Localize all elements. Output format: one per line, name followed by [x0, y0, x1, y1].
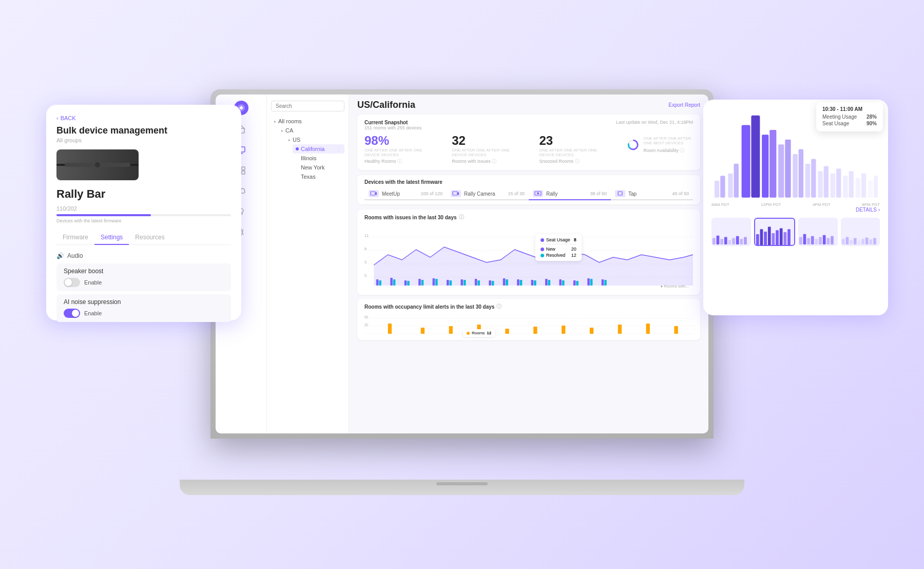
thumbnail-1[interactable]	[711, 218, 751, 246]
nav-california[interactable]: California ⋮	[293, 144, 344, 154]
metric-snoozed-rooms: 23 ONE AFTER ONE AFTER ONE DEVICE DEVICE…	[540, 134, 606, 165]
firmware-tap[interactable]: Tap 40 of 50	[611, 188, 693, 200]
svg-rect-87	[805, 164, 810, 198]
svg-rect-124	[826, 238, 830, 244]
export-button[interactable]: Export Report	[668, 102, 700, 108]
svg-rect-78	[734, 164, 739, 198]
availability-sublabel: ONE AFTER ONE AFTER ONE BEST DEVICES	[643, 136, 693, 145]
tab-firmware[interactable]: Firmware	[56, 231, 94, 245]
svg-rect-121	[815, 239, 818, 244]
setting-audio: 🔊 Audio Speaker boost Enable AI noise su…	[56, 252, 231, 322]
speaker-boost-setting: Speaker boost Enable	[56, 263, 231, 291]
tab-settings[interactable]: Settings	[94, 231, 129, 245]
healthy-rooms-sublabel: ONE AFTER ONE AFTER ONE DEVICE DEVICES	[364, 148, 431, 157]
svg-rect-38	[559, 279, 562, 286]
svg-rect-74	[674, 326, 678, 334]
metric-room-availability: ONE AFTER ONE AFTER ONE BEST DEVICES Roo…	[627, 134, 693, 156]
nav-more-icon[interactable]: ⋮	[336, 146, 341, 152]
svg-rect-33	[489, 280, 491, 286]
search-input[interactable]	[271, 101, 344, 111]
tab-resources[interactable]: Resources	[129, 231, 170, 245]
svg-rect-111	[767, 227, 771, 245]
svg-rect-39	[573, 280, 576, 286]
nav-illinois[interactable]: Illinois	[293, 154, 344, 163]
nav-new-york[interactable]: New York	[293, 163, 344, 172]
main-header: US/California Export Report	[357, 100, 700, 110]
tooltip-box: 10:30 - 11:00 AM Meeting Usage 28% Seat …	[816, 102, 883, 131]
svg-rect-106	[740, 239, 743, 244]
thumbnail-4[interactable]	[841, 218, 880, 246]
svg-rect-83	[778, 144, 784, 198]
thumbnail-2[interactable]	[754, 218, 796, 246]
rally-camera-icon	[451, 190, 461, 197]
ai-noise-toggle[interactable]	[64, 309, 80, 318]
screen-bezel: ▸ All rooms ▸ CA ▸ US	[216, 94, 708, 433]
thumbnail-3[interactable]	[798, 218, 838, 246]
rooms-issues-label: Rooms with Issues ⓘ	[452, 158, 518, 165]
device-total: /202	[66, 205, 76, 212]
snoozed-rooms-value: 23	[540, 134, 606, 148]
speaker-boost-toggle[interactable]	[64, 278, 80, 287]
bulk-tabs: Firmware Settings Resources	[56, 231, 231, 245]
svg-rect-88	[811, 159, 816, 197]
nav-all-rooms[interactable]: ▸ All rooms	[271, 117, 344, 126]
svg-rect-66	[449, 326, 453, 334]
occupancy-chart-title: Rooms with occupancy limit alerts in the…	[364, 303, 693, 310]
firmware-rally[interactable]: Rally 38 of 60	[529, 188, 611, 200]
snoozed-rooms-label: Snoozed Rooms ⓘ	[540, 158, 606, 165]
svg-rect-93	[843, 176, 848, 197]
info-icon: ⓘ	[397, 159, 402, 164]
snoozed-sublabel: ONE AFTER ONE AFTER ONE DEVICE DEVICES	[540, 148, 606, 157]
svg-rect-134	[873, 238, 876, 244]
svg-rect-116	[787, 229, 791, 245]
issues-chart-section: Rooms with issues in the last 30 days ⓘ	[357, 210, 700, 295]
svg-rect-25	[376, 279, 379, 286]
toggle-knob	[72, 310, 79, 317]
device-count: 110/202	[56, 204, 231, 212]
device-name: Rally Bar	[56, 187, 231, 201]
back-arrow-icon: ‹	[56, 115, 59, 121]
speaker-boost-toggle-label: Enable	[84, 279, 102, 286]
nav-sub-us: ▸ US California ⋮	[278, 135, 344, 181]
svg-rect-129	[853, 238, 856, 244]
firmware-rally-camera[interactable]: Rally Camera 15 of 30	[447, 188, 529, 200]
snapshot-timestamp: Last update on Wed, Dec 21, 4:18PM	[616, 120, 693, 130]
nav-us[interactable]: ▸ US	[285, 135, 344, 144]
nav-texas[interactable]: Texas	[293, 172, 344, 181]
svg-rect-54	[548, 280, 550, 286]
svg-rect-107	[744, 237, 747, 244]
svg-rect-70	[562, 326, 565, 334]
svg-rect-57	[590, 279, 593, 286]
firmware-meetup[interactable]: MeetUp 100 of 120	[364, 188, 447, 200]
svg-rect-85	[793, 154, 797, 198]
occupancy-chart-area: 50 20	[364, 313, 693, 339]
svg-rect-49	[477, 280, 480, 286]
progress-label: Devices with the latest firmware	[56, 218, 231, 223]
svg-rect-53	[534, 280, 536, 286]
svg-rect-76	[720, 176, 725, 197]
back-button[interactable]: ‹ BACK	[56, 115, 231, 121]
thumbnail-row	[711, 218, 880, 246]
nav-ca[interactable]: ▸ CA	[278, 126, 344, 135]
time-4pm: 4PM PDT	[813, 202, 831, 207]
svg-rect-79	[742, 125, 750, 198]
donut-chart	[627, 134, 640, 156]
details-link[interactable]: DETAILS ›	[711, 207, 880, 213]
svg-rect-46	[435, 279, 438, 286]
nav-label: All rooms	[278, 118, 302, 124]
toggle-knob	[65, 279, 72, 286]
meetup-label: MeetUp	[382, 191, 400, 197]
svg-rect-99	[713, 238, 716, 244]
svg-rect-64	[388, 324, 392, 334]
svg-rect-72	[618, 325, 622, 334]
ai-noise-name: AI noise suppression	[64, 298, 224, 306]
svg-rect-58	[604, 280, 607, 286]
rooms-issues-value: 32	[452, 134, 518, 148]
room-nav: ▸ All rooms ▸ CA ▸ US	[267, 94, 349, 433]
svg-rect-12	[371, 192, 375, 195]
svg-rect-50	[492, 281, 494, 286]
svg-rect-126	[841, 239, 844, 244]
active-dot	[296, 147, 299, 150]
occupancy-legend: Rooms 12	[463, 329, 495, 337]
svg-rect-31	[460, 279, 463, 286]
